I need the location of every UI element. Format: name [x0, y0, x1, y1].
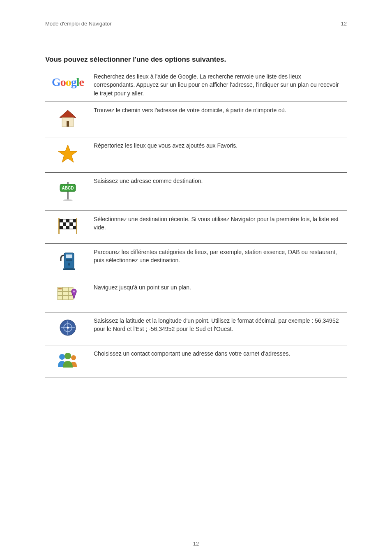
- svg-point-37: [59, 354, 65, 360]
- svg-marker-4: [58, 145, 77, 162]
- page-header: Mode d'emploi de Navigator 12: [45, 21, 347, 27]
- page: Mode d'emploi de Navigator 12 Vous pouve…: [0, 0, 392, 555]
- google-logo-cell: Google: [45, 68, 90, 102]
- svg-rect-3: [69, 113, 71, 116]
- finish-flag-icon: [56, 217, 80, 236]
- home-icon-cell: [45, 102, 90, 137]
- header-title: Mode d'emploi de Navigator: [45, 21, 111, 27]
- star-icon-cell: [45, 137, 90, 173]
- globe-icon-cell: [45, 312, 90, 345]
- options-table: Google Recherchez des lieux à l'aide de …: [45, 68, 347, 377]
- svg-rect-30: [58, 288, 62, 289]
- row-text: Saisissez la latitude et la longitude d'…: [90, 312, 347, 345]
- row-text: Naviguez jusqu'à un point sur un plan.: [90, 279, 347, 312]
- svg-rect-21: [66, 254, 72, 258]
- table-row: ABCD Saisissez une adresse comme destina…: [45, 173, 347, 210]
- svg-point-39: [65, 353, 71, 359]
- row-text: Répertoriez les lieux que vous avez ajou…: [90, 137, 347, 173]
- table-row: Google Recherchez des lieux à l'aide de …: [45, 68, 347, 102]
- svg-rect-24: [63, 268, 75, 270]
- gas-icon-cell: [45, 244, 90, 279]
- svg-rect-12: [60, 219, 63, 222]
- flag-icon-cell: [45, 210, 90, 243]
- mappin-icon-cell: [45, 279, 90, 312]
- map-pin-icon: [56, 285, 80, 304]
- svg-point-31: [73, 291, 75, 293]
- svg-rect-17: [60, 226, 63, 229]
- page-number-footer: 12: [0, 541, 392, 547]
- section-heading: Vous pouvez sélectionner l'une des optio…: [45, 56, 347, 64]
- signpost-icon-cell: ABCD: [45, 173, 90, 210]
- table-row: Saisissez la latitude et la longitude d'…: [45, 312, 347, 345]
- table-row: Sélectionnez une destination récente. Si…: [45, 210, 347, 243]
- row-text: Sélectionnez une destination récente. Si…: [90, 210, 347, 243]
- home-icon: [57, 108, 78, 129]
- svg-rect-15: [63, 222, 66, 226]
- star-icon: [57, 143, 78, 164]
- row-text: Saisissez une adresse comme destination.: [90, 173, 347, 210]
- svg-text:ABCD: ABCD: [62, 186, 74, 190]
- contacts-icon-cell: [45, 345, 90, 377]
- svg-point-8: [63, 199, 73, 201]
- svg-marker-0: [60, 110, 76, 118]
- svg-point-36: [67, 326, 69, 328]
- signpost-icon: ABCD: [56, 178, 80, 202]
- globe-target-icon: [58, 318, 77, 337]
- svg-rect-14: [73, 219, 76, 222]
- google-logo-icon: Google: [52, 76, 84, 88]
- table-row: Naviguez jusqu'à un point sur un plan.: [45, 279, 347, 312]
- row-text: Recherchez des lieux à l'aide de Google.…: [90, 68, 347, 102]
- contacts-icon: [55, 351, 80, 369]
- svg-rect-19: [73, 226, 76, 229]
- table-row: Répertoriez les lieux que vous avez ajou…: [45, 137, 347, 173]
- svg-rect-2: [67, 121, 69, 127]
- svg-rect-18: [66, 226, 69, 229]
- svg-point-23: [68, 263, 70, 266]
- row-text: Parcourez les différentes catégories de …: [90, 244, 347, 279]
- svg-rect-16: [69, 222, 73, 226]
- svg-point-38: [71, 355, 76, 360]
- header-page-number: 12: [341, 21, 347, 27]
- table-row: Choisissez un contact comportant une adr…: [45, 345, 347, 377]
- gas-pump-icon: [58, 250, 77, 271]
- table-row: Trouvez le chemin vers l'adresse de votr…: [45, 102, 347, 137]
- row-text: Trouvez le chemin vers l'adresse de votr…: [90, 102, 347, 137]
- svg-rect-13: [66, 219, 69, 222]
- row-text: Choisissez un contact comportant une adr…: [90, 345, 347, 377]
- svg-rect-22: [66, 259, 72, 261]
- table-row: Parcourez les différentes catégories de …: [45, 244, 347, 279]
